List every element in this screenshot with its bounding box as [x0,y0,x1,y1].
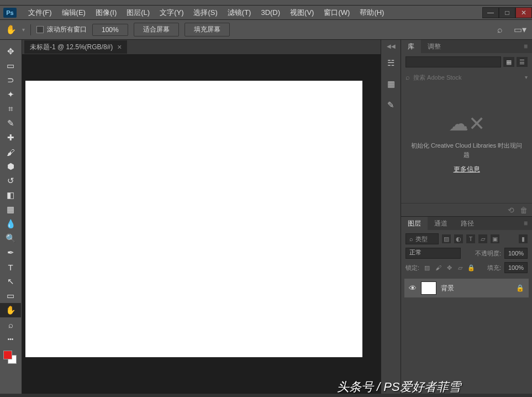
blend-mode-select[interactable]: 正常 [405,248,461,259]
opacity-input[interactable] [504,248,528,259]
dodge-tool[interactable]: 🔍 [0,231,21,245]
stamp-tool[interactable]: ⬢ [0,159,21,174]
menu-select[interactable]: 选择(S) [188,6,222,19]
workspace-switcher-icon[interactable]: ▭▾ [514,24,526,35]
lasso-tool[interactable]: ⊃ [0,73,21,87]
library-error-message: 初始化 Creative Cloud Libraries 时出现问题 [409,141,524,159]
document-tab[interactable]: 未标题-1 @ 12.5%(RGB/8#) × [24,40,127,54]
cloud-error-icon: ☁✕ [449,112,485,135]
quick-select-tool[interactable]: ✦ [0,87,21,102]
grid-view-icon[interactable]: ▦ [503,57,514,67]
minimize-button[interactable]: — [482,7,499,18]
layers-panel: 图层 通道 路径 ≡ ⌕ 类型 ▨ ◐ T ▱ ▣ ▮ [401,217,532,394]
document-tabs: 未标题-1 @ 12.5%(RGB/8#) × [22,40,381,54]
path-select-tool[interactable]: ↖ [0,274,21,289]
more-info-link[interactable]: 更多信息 [454,165,480,174]
menu-edit[interactable]: 编辑(E) [57,6,91,19]
options-bar: ✋ ▾ 滚动所有窗口 100% 适合屏幕 填充屏幕 ⌕ ▭▾ [0,20,532,40]
library-search-row: ⌕ ▾ [401,71,532,83]
menu-3d[interactable]: 3D(D) [256,7,285,18]
color-swatches[interactable] [0,349,22,366]
eyedropper-tool[interactable]: ✎ [0,116,21,130]
filter-adjustment-icon[interactable]: ◐ [454,234,463,243]
blur-tool[interactable]: 💧 [0,217,21,231]
zoom-level-button[interactable]: 100% [92,24,128,36]
tab-libraries[interactable]: 库 [401,40,421,54]
layer-filter-dropdown[interactable]: ⌕ 类型 [405,233,439,244]
history-brush-tool[interactable]: ↺ [0,174,21,188]
close-tab-icon[interactable]: × [117,43,122,51]
dropdown-icon[interactable]: ▾ [525,74,528,80]
character-panel-icon[interactable]: ✎ [384,98,398,112]
layer-thumbnail[interactable] [421,281,436,295]
filter-smart-icon[interactable]: ▣ [491,234,499,243]
menu-layer[interactable]: 图层(L) [122,6,155,19]
brush-tool[interactable]: 🖌 [0,145,21,159]
canvas-viewport[interactable] [22,54,381,394]
checkbox-icon[interactable] [36,26,44,33]
panel-menu-icon[interactable]: ≡ [519,220,532,227]
filter-toggle-icon[interactable]: ▮ [519,234,528,243]
collapse-arrow-icon[interactable]: ◀◀ [387,43,396,49]
zoom-tool[interactable]: ⌕ [0,317,21,332]
lock-all-icon[interactable]: 🔒 [467,263,476,272]
filter-shape-icon[interactable]: ▱ [478,234,487,243]
lock-icon[interactable]: 🔒 [516,284,524,292]
stock-search-input[interactable] [413,74,522,81]
tab-adjustments[interactable]: 调整 [421,40,447,54]
tab-paths[interactable]: 路径 [454,217,481,231]
properties-panel-icon[interactable]: ▦ [384,77,398,91]
menu-type[interactable]: 文字(Y) [155,6,188,19]
filter-pixel-icon[interactable]: ▨ [442,234,451,243]
divider [30,24,31,35]
main-area: ✥ ▭ ⊃ ✦ ⌗ ✎ ✚ 🖌 ⬢ ↺ ◧ ▦ 💧 🔍 ✒ T ↖ ▭ ✋ ⌕ … [0,40,532,394]
maximize-button[interactable]: □ [499,7,515,18]
menu-window[interactable]: 窗口(W) [319,6,355,19]
search-icon[interactable]: ⌕ [497,25,503,35]
pen-tool[interactable]: ✒ [0,245,21,260]
visibility-icon[interactable]: 👁 [409,284,417,292]
foreground-color-swatch[interactable] [3,351,12,359]
type-tool[interactable]: T [0,260,21,274]
filter-type-icon[interactable]: T [466,234,475,243]
lock-paint-icon[interactable]: 🖌 [434,263,443,272]
tab-channels[interactable]: 通道 [428,217,454,231]
marquee-tool[interactable]: ▭ [0,59,21,73]
history-panel-icon[interactable]: ☵ [384,56,398,70]
dropdown-arrow-icon[interactable]: ▾ [22,27,25,33]
scroll-all-windows-option[interactable]: 滚动所有窗口 [36,25,87,34]
panel-menu-icon[interactable]: ≡ [519,43,532,50]
library-toolbar: ▦ ☰ [401,53,532,71]
tab-layers[interactable]: 图层 [401,217,428,231]
eraser-tool[interactable]: ◧ [0,188,21,202]
filter-type-label: 类型 [415,235,428,243]
lock-artboard-icon[interactable]: ▱ [456,263,465,272]
list-view-icon[interactable]: ☰ [517,57,528,67]
gradient-tool[interactable]: ▦ [0,202,21,217]
hand-tool[interactable]: ✋ [0,303,21,317]
lock-position-icon[interactable]: ✥ [445,263,454,272]
hand-tool-icon: ✋ [6,24,17,35]
sync-icon[interactable]: ⟲ [508,206,514,215]
edit-toolbar[interactable]: ••• [0,332,21,346]
shape-tool[interactable]: ▭ [0,289,21,303]
toolbox: ✥ ▭ ⊃ ✦ ⌗ ✎ ✚ 🖌 ⬢ ↺ ◧ ▦ 💧 🔍 ✒ T ↖ ▭ ✋ ⌕ … [0,40,22,394]
fill-input[interactable] [504,262,528,273]
menu-help[interactable]: 帮助(H) [355,6,389,19]
lock-pixels-icon[interactable]: ▨ [423,263,431,272]
menu-filter[interactable]: 滤镜(T) [223,6,256,19]
healing-tool[interactable]: ✚ [0,130,21,145]
crop-tool[interactable]: ⌗ [0,102,21,116]
menu-file[interactable]: 文件(F) [23,6,57,19]
fit-screen-button[interactable]: 适合屏幕 [134,23,179,36]
layer-item[interactable]: 👁 背景 🔒 [404,279,529,297]
trash-icon[interactable]: 🗑 [520,206,528,215]
menu-view[interactable]: 视图(V) [285,6,319,19]
menu-image[interactable]: 图像(I) [91,6,122,19]
canvas[interactable] [25,81,362,357]
fill-screen-button[interactable]: 填充屏幕 [185,23,230,36]
document-tab-title: 未标题-1 @ 12.5%(RGB/8#) [30,43,113,52]
library-select-dropdown[interactable] [405,56,501,67]
move-tool[interactable]: ✥ [0,44,21,59]
close-button[interactable]: ✕ [515,7,532,18]
